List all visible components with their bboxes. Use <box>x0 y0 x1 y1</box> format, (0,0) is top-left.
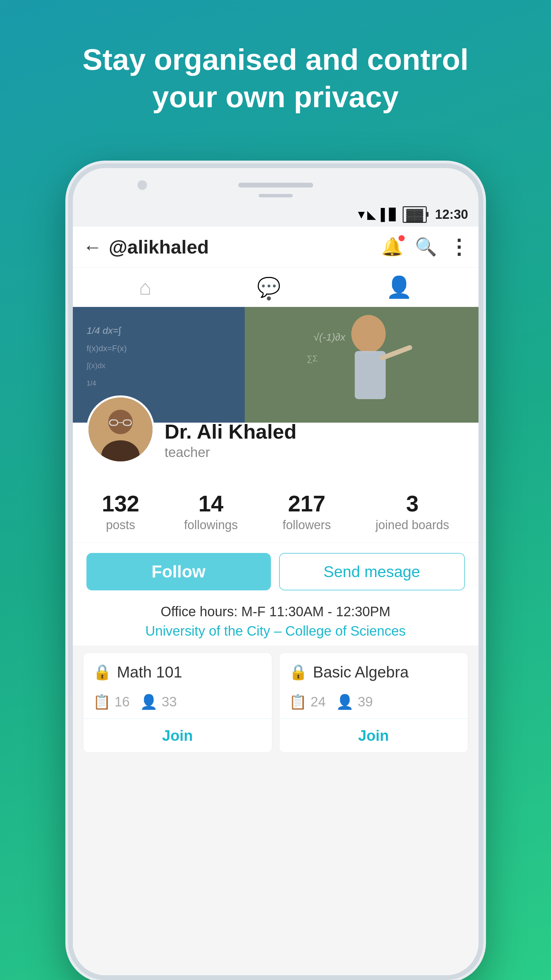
notification-dot <box>398 235 404 241</box>
headline: Stay organised and control your own priv… <box>55 41 495 116</box>
svg-text:1/4 dx=∫: 1/4 dx=∫ <box>86 325 122 336</box>
boards-grid: 🔒 Math 101 📋 16 👤 33 Join <box>83 652 468 753</box>
phone-speaker <box>238 183 313 188</box>
app-content: ← @alikhaled 🔔 🔍 ⋮ ⌂ 💬 👤 <box>73 227 478 975</box>
board-name-1: Basic Algebra <box>313 663 409 681</box>
stat-followings-label: followings <box>184 518 238 532</box>
action-buttons: Follow Send mesage <box>73 543 478 601</box>
stat-followings-number: 14 <box>198 491 223 517</box>
board-clipboard-icon-1: 📋 <box>289 694 307 710</box>
profile-role: teacher <box>165 445 297 460</box>
profile-section: Dr. Ali Khaled teacher <box>73 423 478 480</box>
svg-point-12 <box>108 410 133 434</box>
profile-name-block: Dr. Ali Khaled teacher <box>165 420 297 463</box>
board-lock-icon-0: 🔒 <box>93 663 111 681</box>
board-stats-1: 📋 24 👤 39 <box>279 688 468 718</box>
stat-posts-label: posts <box>106 518 135 532</box>
boards-section: 🔒 Math 101 📋 16 👤 33 Join <box>73 646 478 975</box>
stat-boards-label: joined boards <box>376 518 449 532</box>
join-button-1[interactable]: Join <box>279 718 468 752</box>
stat-boards-number: 3 <box>406 491 419 517</box>
wifi-icon: ▼◣ <box>356 208 376 221</box>
svg-text:f(x)dx=F(x): f(x)dx=F(x) <box>86 344 127 353</box>
board-person-icon-0: 👤 <box>140 694 158 710</box>
board-lock-icon-1: 🔒 <box>289 663 308 681</box>
stats-row: 132 posts 14 followings 217 followers 3 … <box>73 480 478 543</box>
tab-dot <box>267 296 271 301</box>
board-members-count-0: 33 <box>162 694 177 710</box>
avatar <box>86 395 154 463</box>
university-link[interactable]: University of the City – College of Scie… <box>86 624 465 639</box>
status-time: 12:30 <box>435 207 468 222</box>
signal-icon: ▌▊ <box>381 208 398 221</box>
more-icon[interactable]: ⋮ <box>449 235 468 259</box>
phone-frame: ▼◣ ▌▊ ▓▓ 12:30 ← @alikhaled 🔔 🔍 ⋮ <box>68 163 483 980</box>
board-person-icon-1: 👤 <box>336 694 354 710</box>
board-stats-0: 📋 16 👤 33 <box>83 688 272 718</box>
app-bar: ← @alikhaled 🔔 🔍 ⋮ <box>73 227 478 267</box>
tab-chat[interactable]: 💬 <box>257 276 281 298</box>
board-card-0: 🔒 Math 101 📋 16 👤 33 Join <box>83 652 272 753</box>
board-header-0: 🔒 Math 101 <box>83 653 272 688</box>
status-bar: ▼◣ ▌▊ ▓▓ 12:30 <box>73 202 478 227</box>
phone-top-bar <box>73 168 478 202</box>
headline-line2: your own privacy <box>153 80 399 114</box>
message-button[interactable]: Send mesage <box>279 553 465 590</box>
stat-followings: 14 followings <box>184 491 238 532</box>
app-bar-title: @alikhaled <box>109 236 381 258</box>
app-bar-actions: 🔔 🔍 ⋮ <box>381 235 468 259</box>
board-posts-count-1: 24 <box>311 694 326 710</box>
notification-icon[interactable]: 🔔 <box>381 237 403 257</box>
svg-text:1/4: 1/4 <box>86 379 96 387</box>
stat-followers-label: followers <box>282 518 331 532</box>
profile-name: Dr. Ali Khaled <box>165 420 297 443</box>
headline-line1: Stay organised and control <box>82 43 468 76</box>
board-members-count-1: 39 <box>358 694 373 710</box>
stat-boards: 3 joined boards <box>376 491 449 532</box>
back-button[interactable]: ← <box>83 236 102 258</box>
info-section: Office hours: M-F 11:30AM - 12:30PM Univ… <box>73 601 478 646</box>
stat-posts-number: 132 <box>102 491 139 517</box>
board-posts-count-0: 16 <box>115 694 130 710</box>
board-posts-0: 📋 16 <box>93 694 130 710</box>
svg-text:√(-1)∂x: √(-1)∂x <box>314 331 346 343</box>
status-icons: ▼◣ ▌▊ ▓▓ 12:30 <box>356 206 468 223</box>
stat-posts: 132 posts <box>102 491 139 532</box>
board-posts-1: 📋 24 <box>289 694 326 710</box>
follow-button[interactable]: Follow <box>86 553 271 590</box>
phone-camera <box>137 180 147 190</box>
board-name-0: Math 101 <box>117 663 182 681</box>
office-hours: Office hours: M-F 11:30AM - 12:30PM <box>86 604 465 619</box>
board-header-1: 🔒 Basic Algebra <box>279 653 468 688</box>
tab-chat-icon[interactable]: 💬 <box>257 276 281 298</box>
tab-home-icon[interactable]: ⌂ <box>139 275 151 299</box>
battery-icon: ▓▓ <box>403 206 427 223</box>
board-clipboard-icon-0: 📋 <box>93 694 111 710</box>
search-icon[interactable]: 🔍 <box>415 237 437 257</box>
board-members-1: 👤 39 <box>336 694 373 710</box>
tab-profile-icon[interactable]: 👤 <box>386 275 412 299</box>
phone-side-button <box>481 263 483 318</box>
tab-navigation: ⌂ 💬 👤 <box>73 267 478 307</box>
board-members-0: 👤 33 <box>140 694 177 710</box>
board-card-1: 🔒 Basic Algebra 📋 24 👤 39 Join <box>279 652 468 753</box>
svg-point-8 <box>351 315 385 353</box>
phone-speaker-small <box>259 194 293 197</box>
stat-followers: 217 followers <box>282 491 331 532</box>
profile-avatar-row: Dr. Ali Khaled teacher <box>86 395 465 463</box>
join-button-0[interactable]: Join <box>83 718 272 752</box>
stat-followers-number: 217 <box>288 491 325 517</box>
svg-text:∫(x)dx: ∫(x)dx <box>86 361 105 370</box>
svg-text:∑Σ: ∑Σ <box>306 354 317 363</box>
